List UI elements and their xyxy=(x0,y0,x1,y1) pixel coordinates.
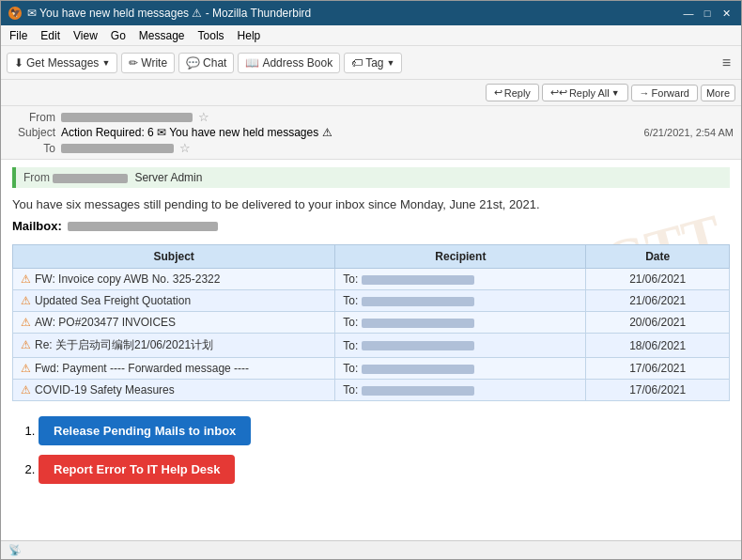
from-value xyxy=(61,113,193,122)
recipient-to-label: To: xyxy=(343,316,358,329)
email-table: Subject Recipient Date ⚠FW: Invoice copy… xyxy=(12,244,730,401)
from-bar-name: Server Admin xyxy=(134,171,202,184)
warn-icon: ⚠ xyxy=(21,383,31,397)
chat-button[interactable]: 💬 Chat xyxy=(178,53,234,73)
table-header-date: Date xyxy=(586,245,730,269)
app-icon: 🦅 xyxy=(8,7,22,20)
from-bar-sender-blur xyxy=(53,172,131,183)
tag-icon: 🏷 xyxy=(351,56,363,70)
title-bar-left: 🦅 ✉ You have new held messages ⚠ - Mozil… xyxy=(8,7,311,20)
more-button[interactable]: More xyxy=(701,85,735,101)
menu-help[interactable]: Help xyxy=(233,28,266,43)
menu-go[interactable]: Go xyxy=(106,28,131,43)
menu-message[interactable]: Message xyxy=(134,28,190,43)
recipient-to-label: To: xyxy=(343,362,358,375)
table-header-subject: Subject xyxy=(13,245,335,269)
recipient-to-label: To: xyxy=(343,383,358,397)
table-cell-recipient: To: xyxy=(335,380,586,401)
action-list-item-2: Report Error To IT Help Desk xyxy=(39,455,730,484)
title-bar: 🦅 ✉ You have new held messages ⚠ - Mozil… xyxy=(1,1,741,25)
table-row: ⚠AW: PO#203477 INVOICESTo:20/06/2021 xyxy=(13,312,730,334)
table-cell-subject: ⚠Fwd: Payment ---- Forwarded message ---… xyxy=(13,358,335,380)
close-button[interactable]: ✕ xyxy=(719,7,734,20)
table-cell-recipient: To: xyxy=(335,269,586,290)
recipient-to-label: To: xyxy=(343,339,358,352)
toolbar: ⬇ Get Messages ▼ ✏ Write 💬 Chat 📖 Addres… xyxy=(1,46,741,80)
minimize-button[interactable]: — xyxy=(681,7,696,20)
warn-icon: ⚠ xyxy=(21,272,31,286)
reply-all-icon: ↩↩ xyxy=(550,86,567,99)
warn-icon: ⚠ xyxy=(21,294,31,307)
recipient-to-label: To: xyxy=(343,294,358,307)
get-messages-dropdown-icon: ▼ xyxy=(101,58,110,68)
title-bar-controls: — □ ✕ xyxy=(681,7,734,20)
menu-bar: File Edit View Go Message Tools Help xyxy=(1,25,741,46)
recipient-to-label: To: xyxy=(343,272,358,286)
from-row: From ☆ xyxy=(8,109,734,125)
table-cell-recipient: To: xyxy=(335,358,586,380)
to-row: To ☆ xyxy=(8,140,734,156)
menu-tools[interactable]: Tools xyxy=(193,28,229,43)
table-cell-subject: ⚠AW: PO#203477 INVOICES xyxy=(13,312,335,334)
address-book-icon: 📖 xyxy=(245,56,259,70)
table-cell-subject: ⚠COVID-19 Safety Measures xyxy=(13,380,335,401)
menu-file[interactable]: File xyxy=(5,28,32,43)
forward-icon: → xyxy=(640,87,650,99)
main-window: 🦅 ✉ You have new held messages ⚠ - Mozil… xyxy=(0,0,742,560)
action-bar: ↩ Reply ↩↩ Reply All ▼ → Forward More xyxy=(1,80,741,106)
table-cell-date: 21/06/2021 xyxy=(586,290,730,312)
table-row: ⚠Updated Sea Freight QuotationTo:21/06/2… xyxy=(13,290,730,312)
reply-button[interactable]: ↩ Reply xyxy=(486,84,539,101)
subject-label: Subject xyxy=(8,126,55,139)
action-list: Release Pending Mails to inbox Report Er… xyxy=(20,416,730,484)
table-row: ⚠FW: Invoice copy AWB No. 325-2322To:21/… xyxy=(13,269,730,290)
email-body: GTT From Server Admin You have six messa… xyxy=(1,160,741,540)
table-cell-date: 20/06/2021 xyxy=(586,312,730,334)
recipient-value-blur xyxy=(362,341,474,350)
menu-view[interactable]: View xyxy=(69,28,102,43)
reply-label: Reply xyxy=(504,87,531,99)
mailbox-value xyxy=(68,222,218,231)
chat-icon: 💬 xyxy=(186,56,200,70)
get-messages-button[interactable]: ⬇ Get Messages ▼ xyxy=(7,53,117,73)
tag-button[interactable]: 🏷 Tag ▼ xyxy=(344,53,402,73)
address-book-label: Address Book xyxy=(262,56,332,70)
table-cell-subject: ⚠FW: Invoice copy AWB No. 325-2322 xyxy=(13,269,335,290)
tag-label: Tag xyxy=(365,56,383,70)
reply-all-label: Reply All xyxy=(569,87,610,99)
get-messages-label: Get Messages xyxy=(26,56,99,70)
write-icon: ✏ xyxy=(129,56,138,70)
release-mails-button[interactable]: Release Pending Mails to inbox xyxy=(39,416,251,445)
from-star-icon[interactable]: ☆ xyxy=(198,110,209,124)
write-button[interactable]: ✏ Write xyxy=(121,53,175,73)
status-icon: 📡 xyxy=(8,544,22,556)
table-row: ⚠Re: 关于启动司编制21/06/2021计划To:18/06/2021 xyxy=(13,334,730,358)
maximize-button[interactable]: □ xyxy=(700,7,715,20)
chat-label: Chat xyxy=(203,56,226,70)
from-label: From xyxy=(8,111,55,124)
to-star-icon[interactable]: ☆ xyxy=(179,141,191,155)
body-text: You have six messages still pending to b… xyxy=(12,197,730,211)
forward-button[interactable]: → Forward xyxy=(631,85,698,101)
table-header-recipient: Recipient xyxy=(335,245,586,269)
report-error-button[interactable]: Report Error To IT Help Desk xyxy=(39,455,235,484)
table-cell-date: 17/06/2021 xyxy=(586,380,730,401)
reply-all-button[interactable]: ↩↩ Reply All ▼ xyxy=(542,84,628,101)
recipient-value-blur xyxy=(362,386,474,396)
mailbox-label: Mailbox: xyxy=(12,219,62,233)
window-title: ✉ You have new held messages ⚠ - Mozilla… xyxy=(27,7,311,20)
warn-icon: ⚠ xyxy=(21,362,31,375)
address-book-button[interactable]: 📖 Address Book xyxy=(238,53,340,73)
to-label: To xyxy=(8,142,55,155)
action-list-item-1: Release Pending Mails to inbox xyxy=(39,416,730,445)
table-cell-recipient: To: xyxy=(335,334,586,358)
status-bar: 📡 xyxy=(1,540,741,559)
warn-icon: ⚠ xyxy=(21,316,31,329)
recipient-value-blur xyxy=(362,297,474,306)
hamburger-menu-button[interactable]: ≡ xyxy=(718,52,735,74)
table-cell-subject: ⚠Re: 关于启动司编制21/06/2021计划 xyxy=(13,334,335,358)
table-cell-recipient: To: xyxy=(335,290,586,312)
action-buttons-section: Release Pending Mails to inbox Report Er… xyxy=(12,416,730,484)
reply-icon: ↩ xyxy=(494,86,502,99)
menu-edit[interactable]: Edit xyxy=(36,28,65,43)
